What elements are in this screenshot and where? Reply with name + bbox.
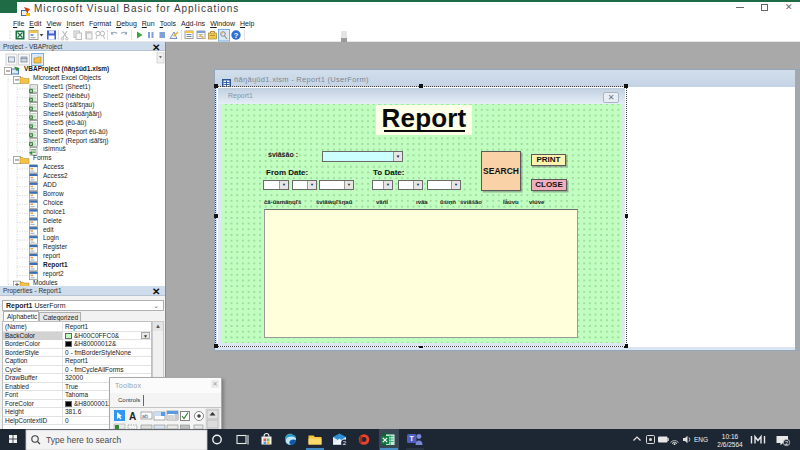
svg-text:?: ? [234, 31, 239, 40]
svg-text:A: A [129, 411, 136, 422]
svg-text:10:16: 10:16 [722, 433, 739, 440]
svg-text:T: T [410, 435, 415, 442]
svg-text:ab: ab [142, 413, 148, 419]
svg-text:2/6/2564: 2/6/2564 [717, 441, 743, 448]
svg-text:Type here to search: Type here to search [46, 435, 121, 445]
svg-text:2: 2 [785, 440, 788, 446]
svg-text:ENG: ENG [694, 436, 708, 443]
